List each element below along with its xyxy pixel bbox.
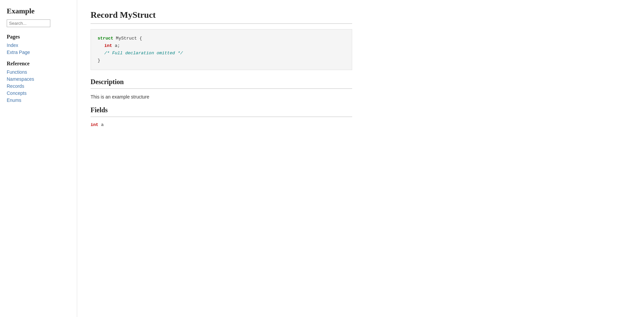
code-line-1: struct MyStruct { [98, 35, 345, 42]
sidebar: Example Pages Index Extra Page Reference… [0, 0, 77, 317]
field-name: a [98, 122, 104, 127]
pages-links: Index Extra Page [7, 43, 70, 55]
reference-link-enums[interactable]: Enums [7, 98, 21, 103]
code-block: struct MyStruct { int a; /* Full declara… [91, 29, 352, 70]
reference-link-concepts[interactable]: Concepts [7, 90, 26, 96]
list-item: Namespaces [7, 76, 70, 82]
fields-divider [91, 117, 352, 117]
list-item: Index [7, 43, 70, 48]
pages-link-index[interactable]: Index [7, 43, 18, 48]
keyword-struct: struct [98, 36, 113, 41]
code-line-2: int a; [98, 42, 345, 50]
list-item: Functions [7, 69, 70, 75]
reference-section-title: Reference [7, 61, 70, 67]
list-item: Records [7, 83, 70, 89]
field-entry: int a [91, 122, 352, 127]
reference-links: Functions Namespaces Records Concepts En… [7, 69, 70, 103]
pages-section-title: Pages [7, 34, 70, 40]
description-divider [91, 88, 352, 89]
description-heading: Description [91, 78, 352, 86]
list-item: Enums [7, 98, 70, 103]
title-divider [91, 23, 352, 24]
code-comment: /* Full declaration omitted */ [104, 51, 183, 56]
app-title: Example [7, 7, 70, 15]
main-content: Record MyStruct struct MyStruct { int a;… [77, 0, 366, 317]
keyword-int-line2: int [104, 43, 112, 48]
reference-link-functions[interactable]: Functions [7, 69, 27, 75]
code-line-4: } [98, 57, 345, 64]
reference-link-records[interactable]: Records [7, 83, 24, 89]
pages-link-extra-page[interactable]: Extra Page [7, 50, 30, 55]
code-line-3: /* Full declaration omitted */ [98, 50, 345, 57]
code-line1-rest: MyStruct { [113, 36, 142, 41]
code-closing-brace: } [98, 58, 100, 63]
page-title: Record MyStruct [91, 10, 352, 20]
fields-heading: Fields [91, 106, 352, 114]
list-item: Extra Page [7, 50, 70, 55]
reference-link-namespaces[interactable]: Namespaces [7, 76, 34, 82]
search-input[interactable] [7, 19, 50, 27]
list-item: Concepts [7, 90, 70, 96]
code-line2-rest: a; [112, 43, 120, 48]
keyword-int-field: int [91, 122, 98, 127]
description-text: This is an example structure [91, 94, 352, 100]
